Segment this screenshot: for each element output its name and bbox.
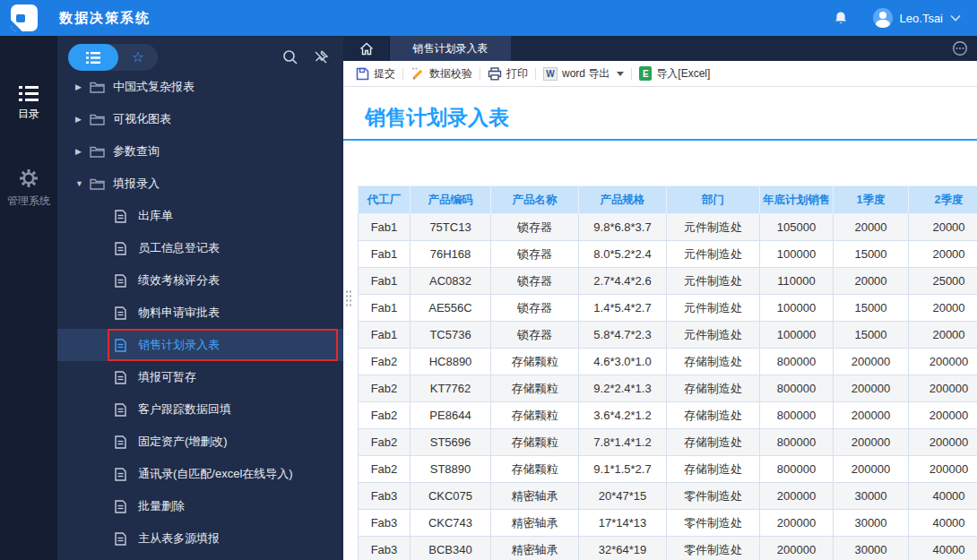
table-cell[interactable]: 40000 [909,483,977,510]
tree-folder-item[interactable]: ▶中国式复杂报表 [57,79,343,103]
chevron-expanded-icon[interactable]: ▼ [75,179,90,188]
table-cell[interactable]: 30000 [834,510,909,537]
table-cell[interactable]: 100000 [760,295,834,322]
table-cell[interactable]: 4.6*3.0*1.0 [579,349,667,375]
table-cell[interactable]: 9.8*6.8*3.7 [579,214,667,241]
table-cell[interactable]: 20000 [834,268,909,295]
table-cell[interactable]: 800000 [760,456,834,483]
rail-item-admin[interactable]: 管理系统 [7,168,50,209]
table-cell[interactable]: 30000 [834,537,909,560]
search-icon[interactable] [282,49,298,65]
bell-icon[interactable] [834,11,848,26]
table-cell[interactable]: 9.1*1.5*2.7 [579,456,667,483]
table-cell[interactable]: 200000 [909,375,977,402]
table-cell[interactable]: 200000 [909,429,977,456]
table-cell[interactable]: 锁存器 [491,214,579,241]
table-cell[interactable]: Fab3 [359,483,411,510]
table-cell[interactable]: 8.0*5.2*2.4 [579,241,667,268]
table-cell[interactable]: 100000 [760,241,834,268]
tree-folder-item[interactable]: ▶参数查询 [57,135,343,168]
table-cell[interactable]: 零件制造处 [667,483,760,510]
table-cell[interactable]: CKC075 [411,483,491,510]
table-cell[interactable]: 20000 [834,214,909,241]
table-cell[interactable]: 200000 [834,375,909,402]
table-cell[interactable]: 75TC13 [411,214,491,241]
table-cell[interactable]: 元件制造处 [667,322,760,349]
tree-doc-item[interactable]: 销售计划录入表 [57,329,343,361]
table-cell[interactable]: 精密轴承 [491,483,579,510]
tree-doc-item[interactable]: 通讯录(自匹配/excel在线导入) [57,458,343,490]
table-cell[interactable]: 200000 [909,402,977,429]
table-cell[interactable]: 20000 [909,295,977,322]
table-cell[interactable]: 锁存器 [491,295,579,322]
table-cell[interactable]: 20000 [909,322,977,349]
table-cell[interactable]: CKC743 [411,510,491,537]
table-cell[interactable]: 200000 [760,483,834,510]
table-cell[interactable]: Fab1 [359,241,411,268]
table-cell[interactable]: AC0832 [411,268,491,295]
table-cell[interactable]: 15000 [834,241,909,268]
tab-list-button[interactable] [952,36,977,61]
table-cell[interactable]: 元件制造处 [667,241,760,268]
table-cell[interactable]: 20000 [909,214,977,241]
tree-folder-item[interactable]: ▼填报录入 [57,168,343,200]
tab-sales-plan[interactable]: 销售计划录入表 [390,36,511,61]
table-cell[interactable]: 存储颗粒 [491,375,579,402]
data-validate-button[interactable]: 数据校验 [403,66,480,82]
tree-doc-item[interactable]: 客户跟踪数据回填 [57,393,343,426]
table-cell[interactable]: KT7762 [411,375,491,402]
table-cell[interactable]: 25000 [909,268,977,295]
table-cell[interactable]: 1.4*5.4*2.7 [579,295,667,322]
tree-doc-item[interactable]: 填报可暂存 [57,361,343,393]
table-cell[interactable]: 锁存器 [491,268,579,295]
table-cell[interactable]: 存储颗粒 [491,456,579,483]
table-cell[interactable]: 元件制造处 [667,295,760,322]
table-cell[interactable]: 存储颗粒 [491,402,579,429]
table-cell[interactable]: Fab2 [359,456,411,483]
chevron-collapsed-icon[interactable]: ▶ [75,82,90,91]
table-cell[interactable]: 200000 [834,456,909,483]
word-export-button[interactable]: W word 导出 [536,66,631,82]
table-cell[interactable]: ST8890 [411,456,491,483]
user-menu[interactable]: Leo.Tsai [873,8,961,28]
table-cell[interactable]: 100000 [760,322,834,349]
chevron-collapsed-icon[interactable]: ▶ [75,115,90,124]
table-cell[interactable]: 800000 [760,375,834,402]
app-logo-icon[interactable] [11,4,38,31]
table-cell[interactable]: 存储制造处 [667,375,760,402]
table-cell[interactable]: PE8644 [411,402,491,429]
table-cell[interactable]: 9.2*2.4*1.3 [579,375,667,402]
table-cell[interactable]: 精密轴承 [491,537,579,560]
table-cell[interactable]: 200000 [909,349,977,375]
table-cell[interactable]: 200000 [834,429,909,456]
table-cell[interactable]: 30000 [834,483,909,510]
table-cell[interactable]: 零件制造处 [667,537,760,560]
table-cell[interactable]: 20*47*15 [579,483,667,510]
table-cell[interactable]: 40000 [909,510,977,537]
tree-doc-item[interactable]: 物料申请审批表 [57,297,343,329]
print-button[interactable]: 打印 [480,66,535,82]
table-cell[interactable]: 15000 [834,295,909,322]
table-cell[interactable]: 105000 [760,214,834,241]
table-cell[interactable]: Fab2 [359,402,411,429]
tree-doc-item[interactable]: 批量删除 [57,490,343,522]
table-cell[interactable]: Fab1 [359,295,411,322]
table-cell[interactable]: 800000 [760,402,834,429]
table-cell[interactable]: 7.8*1.4*1.2 [579,429,667,456]
tree-doc-item[interactable]: 主从表多源填报 [57,522,343,555]
table-cell[interactable]: 40000 [909,537,977,560]
rail-item-catalog[interactable]: 目录 [18,86,39,122]
table-cell[interactable]: BCB340 [411,537,491,560]
table-cell[interactable]: 锁存器 [491,241,579,268]
table-cell[interactable]: 32*64*19 [579,537,667,560]
list-view-icon[interactable] [68,44,118,71]
tree-doc-item[interactable]: 员工信息登记表 [57,232,343,264]
table-cell[interactable]: 存储制造处 [667,402,760,429]
table-cell[interactable]: 200000 [834,402,909,429]
table-cell[interactable]: 元件制造处 [667,214,760,241]
table-cell[interactable]: Fab2 [359,349,411,375]
table-cell[interactable]: ST5696 [411,429,491,456]
table-cell[interactable]: 元件制造处 [667,268,760,295]
table-cell[interactable]: Fab3 [359,510,411,537]
table-cell[interactable]: 200000 [760,537,834,560]
